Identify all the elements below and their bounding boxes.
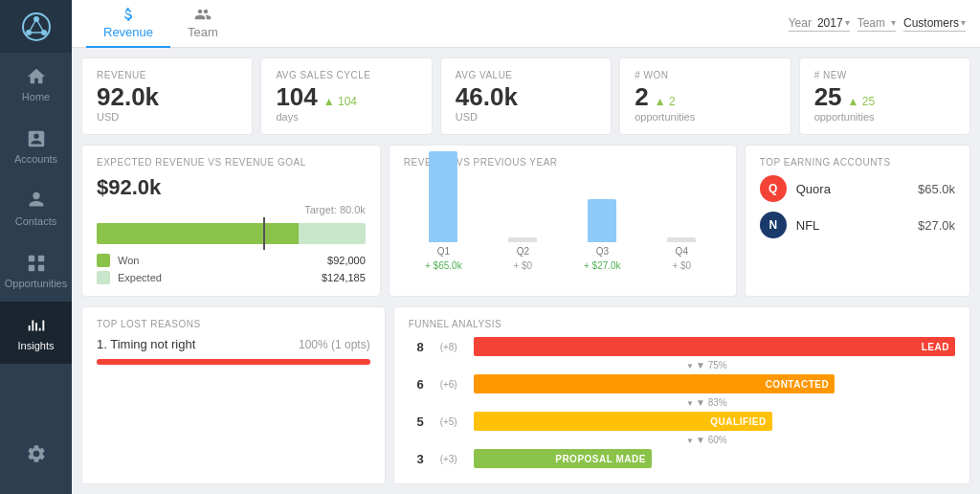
funnel-bar-wrap: QUALIFIED xyxy=(474,412,955,431)
bar-chart: Q1+ $65.0kQ2+ $0Q3+ $27.0kQ4+ $0 xyxy=(404,175,722,271)
bar xyxy=(508,237,537,242)
funnel-bar-wrap: CONTACTED xyxy=(474,374,955,393)
bar-col: Q1+ $65.0k xyxy=(404,151,483,271)
goal-bar-won xyxy=(97,223,299,244)
filter-customers-label: Customers xyxy=(903,16,959,30)
kpi-avg-sales-value: 104 xyxy=(276,84,317,109)
bar xyxy=(588,199,616,242)
bar xyxy=(429,151,457,242)
sidebar-item-opportunities[interactable]: Opportunities xyxy=(0,239,72,302)
svg-line-4 xyxy=(29,19,36,33)
kpi-revenue-value: 92.0k xyxy=(97,84,237,109)
kpi-revenue-label: REVENUE xyxy=(97,70,237,80)
sidebar-logo xyxy=(0,0,72,53)
expected-revenue-title: EXPECTED REVENUE VS REVENUE GOAL xyxy=(97,157,366,168)
kpi-new-inline: 25 ▲ 25 xyxy=(814,84,955,109)
sidebar-item-contacts-label: Contacts xyxy=(15,215,56,227)
legend-won-label: Won xyxy=(118,255,139,266)
legend-expected: Expected $124,185 xyxy=(97,271,366,284)
funnel-conv: ▼ 83% xyxy=(458,397,955,408)
sidebar-item-contacts[interactable]: Contacts xyxy=(0,177,72,239)
sidebar-item-home-label: Home xyxy=(22,91,50,102)
bar-delta: + $65.0k xyxy=(425,260,462,271)
funnel-bar: LEAD xyxy=(474,337,955,356)
account-name: Quora xyxy=(796,182,908,196)
kpi-new-sub: opportunities xyxy=(814,111,955,123)
bar-delta: + $0 xyxy=(513,260,532,271)
goal-marker xyxy=(263,217,265,250)
funnel-bar-label: CONTACTED xyxy=(766,379,830,390)
svg-rect-9 xyxy=(28,264,33,270)
kpi-new-delta: ▲ 25 xyxy=(848,95,876,108)
filter-team-group[interactable]: Team ▾ xyxy=(858,16,896,32)
main-content: Revenue Team Year 2017 ▾ Team ▾ Customer… xyxy=(72,0,980,494)
chevron-year-icon: ▾ xyxy=(845,17,850,28)
sidebar-item-insights[interactable]: Insights xyxy=(0,302,72,364)
kpi-new-label: # NEW xyxy=(814,70,955,80)
bar-delta: + $0 xyxy=(672,260,691,271)
kpi-won: # WON 2 ▲ 2 opportunities xyxy=(619,57,791,135)
funnel-row: 6(+6)CONTACTED xyxy=(409,374,955,393)
lost-reasons-title: TOP LOST REASONS xyxy=(97,319,370,329)
sidebar-item-settings[interactable] xyxy=(0,422,72,484)
legend-won: Won $92,000 xyxy=(97,254,366,267)
svg-rect-8 xyxy=(37,255,43,260)
funnel-bar: QUALIFIED xyxy=(474,412,772,431)
kpi-new-value: 25 xyxy=(814,84,842,109)
tab-revenue-label: Revenue xyxy=(103,25,153,39)
bar-col: Q2+ $0 xyxy=(483,237,563,271)
filter-year-group[interactable]: Year 2017 ▾ xyxy=(789,16,850,32)
funnel-delta: (+3) xyxy=(432,454,466,464)
bar-label: Q4 xyxy=(676,246,688,257)
sidebar-item-opportunities-label: Opportunities xyxy=(5,278,67,289)
funnel-row: 5(+5)QUALIFIED xyxy=(409,412,955,431)
sidebar-item-accounts[interactable]: Accounts xyxy=(0,115,72,177)
funnel-count: 5 xyxy=(409,415,424,429)
topbar: Revenue Team Year 2017 ▾ Team ▾ Customer… xyxy=(72,0,980,48)
funnel-count: 3 xyxy=(409,452,424,466)
account-list: QQuora$65.0kNNFL$27.0k xyxy=(760,175,955,238)
tab-revenue[interactable]: Revenue xyxy=(86,0,170,48)
bar xyxy=(667,237,696,242)
kpi-won-inline: 2 ▲ 2 xyxy=(635,84,775,109)
funnel-title: FUNNEL ANALYSIS xyxy=(409,319,955,329)
svg-rect-10 xyxy=(37,264,43,270)
filter-customers-group[interactable]: Customers ▾ xyxy=(903,16,966,32)
goal-legend: Won $92,000 Expected $124,185 xyxy=(97,254,366,284)
goal-bars xyxy=(97,223,366,244)
svg-point-1 xyxy=(33,16,39,22)
kpi-row: REVENUE 92.0k USD AVG SALES CYCLE 104 ▲ … xyxy=(81,57,970,135)
sidebar-item-home[interactable]: Home xyxy=(0,53,72,115)
charts-row: EXPECTED REVENUE VS REVENUE GOAL $92.0k … xyxy=(81,145,970,297)
bar-label: Q3 xyxy=(596,246,609,257)
bottom-row: TOP LOST REASONS 1. Timing not right100%… xyxy=(81,306,970,484)
sidebar: Home Accounts Contacts Opportunities Ins… xyxy=(0,0,72,494)
funnel-bar-label: QUALIFIED xyxy=(710,416,766,427)
funnel-row: 3(+3)PROPOSAL MADE xyxy=(409,449,955,468)
lost-reason-bar-bg xyxy=(97,359,370,365)
account-value: $65.0k xyxy=(918,182,955,196)
kpi-new: # NEW 25 ▲ 25 opportunities xyxy=(799,57,970,135)
kpi-revenue-sub: USD xyxy=(97,111,237,123)
legend-expected-label: Expected xyxy=(118,272,162,283)
filter-team-label: Team xyxy=(858,16,885,30)
chevron-team-icon: ▾ xyxy=(891,17,896,28)
funnel-count: 6 xyxy=(409,377,424,392)
kpi-avg-value-sub: USD xyxy=(456,111,596,123)
lost-reasons-card: TOP LOST REASONS 1. Timing not right100%… xyxy=(81,306,386,484)
tab-team[interactable]: Team xyxy=(170,0,235,48)
bar-label: Q2 xyxy=(517,246,529,257)
kpi-won-value: 2 xyxy=(635,84,648,109)
goal-amount: $92.0k xyxy=(97,175,366,200)
kpi-avg-value-value: 46.0k xyxy=(456,84,596,109)
svg-line-5 xyxy=(36,19,44,33)
kpi-won-delta: ▲ 2 xyxy=(655,95,676,108)
funnel-delta: (+6) xyxy=(432,379,466,390)
kpi-avg-value-label: AVG VALUE xyxy=(456,70,596,80)
legend-won-dot xyxy=(97,254,110,267)
funnel-container: 8(+8)LEAD▼ 75%6(+6)CONTACTED▼ 83%5(+5)QU… xyxy=(409,337,955,468)
bar-col: Q4+ $0 xyxy=(642,237,722,271)
bar-label: Q1 xyxy=(437,246,450,257)
legend-expected-val: $124,185 xyxy=(322,272,366,283)
tab-team-label: Team xyxy=(188,25,218,39)
